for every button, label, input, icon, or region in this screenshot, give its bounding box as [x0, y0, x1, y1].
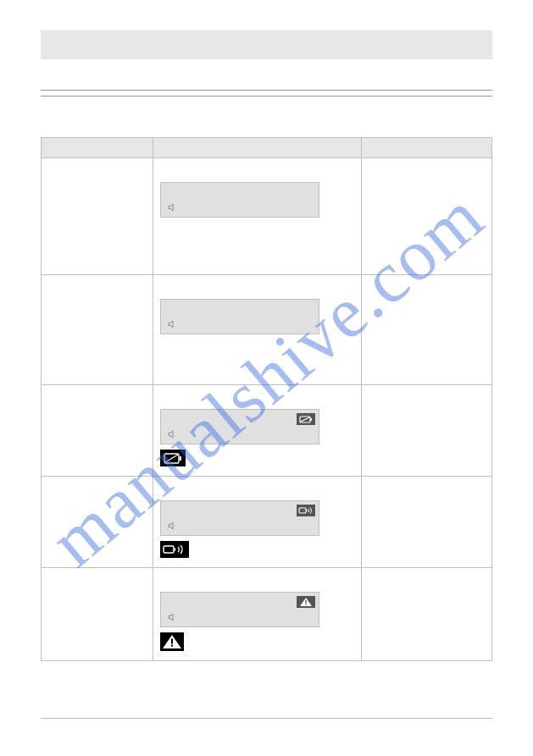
svg-rect-9	[305, 604, 306, 604]
svg-rect-6	[164, 546, 174, 553]
cell-4-1	[42, 477, 153, 568]
info-table	[41, 137, 492, 661]
cell-4-2	[153, 477, 362, 568]
speaker-icon	[168, 613, 176, 623]
cell-5-2	[153, 568, 362, 661]
table-header-row	[42, 138, 492, 158]
table-row	[42, 477, 492, 568]
warning-icon	[297, 596, 315, 608]
svg-rect-4	[299, 508, 306, 513]
cell-3-1	[42, 385, 153, 477]
speaker-icon	[168, 320, 176, 330]
svg-rect-5	[306, 510, 307, 511]
svg-rect-3	[180, 456, 181, 461]
cell-1-2	[153, 158, 362, 275]
svg-rect-7	[174, 549, 175, 551]
warning-icon	[160, 632, 184, 651]
svg-rect-10	[171, 639, 173, 644]
header-bar	[41, 30, 492, 59]
display-box	[160, 592, 319, 627]
svg-rect-11	[171, 645, 173, 647]
cell-3-2	[153, 385, 362, 477]
battery-sound-icon	[160, 541, 189, 558]
display-box	[160, 299, 319, 334]
table-row	[42, 158, 492, 275]
separator-lines	[41, 90, 492, 97]
svg-rect-8	[305, 600, 306, 604]
table-row	[42, 275, 492, 385]
battery-icon	[297, 413, 315, 425]
cell-2-3	[362, 275, 492, 385]
cell-4-3	[362, 477, 492, 568]
speaker-icon	[168, 430, 176, 440]
display-box	[160, 500, 319, 536]
table-row	[42, 568, 492, 661]
cell-1-3	[362, 158, 492, 275]
cell-2-2	[153, 275, 362, 385]
cell-3-3	[362, 385, 492, 477]
speaker-icon	[168, 203, 176, 213]
footer-separator	[41, 718, 492, 719]
cell-5-1	[42, 568, 153, 661]
table-header-3	[362, 138, 492, 158]
cell-5-3	[362, 568, 492, 661]
cell-1-1	[42, 158, 153, 275]
battery-sound-icon	[297, 505, 315, 516]
table-row	[42, 385, 492, 477]
table-header-1	[42, 138, 153, 158]
table-header-2	[153, 138, 362, 158]
display-box	[160, 409, 319, 444]
display-box	[160, 182, 319, 218]
battery-icon	[160, 450, 186, 466]
svg-rect-1	[310, 418, 312, 421]
cell-2-1	[42, 275, 153, 385]
speaker-icon	[168, 521, 176, 532]
